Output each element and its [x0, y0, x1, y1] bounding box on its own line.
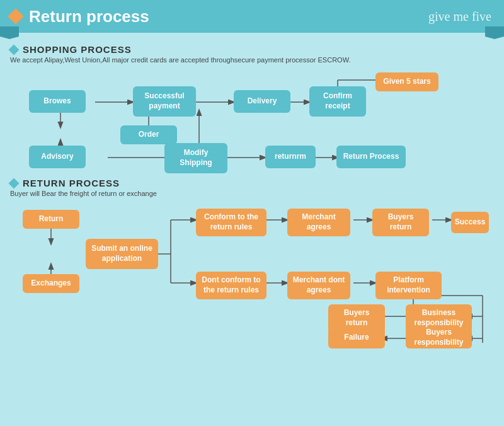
shopping-section-header: SHOPPING PROCESS — [10, 44, 494, 55]
return-title: RETURN PROCESS — [23, 178, 120, 188]
success-box: Success — [451, 212, 489, 233]
ribbon-left-icon — [0, 26, 19, 39]
platform-intervention-box: Platform intervention — [375, 272, 442, 299]
ribbon-right-icon — [485, 26, 504, 39]
page-header: Return process give me five — [0, 0, 504, 33]
advisory-box: Advisory — [29, 146, 86, 168]
return-button-box[interactable]: Return — [23, 210, 79, 229]
return-desc: Buyer will Bear the freight of return or… — [10, 190, 494, 197]
dont-conform-rules-box: Dont conform to the return rules — [196, 272, 266, 299]
shopping-diamond-icon — [9, 44, 20, 55]
confirm-receipt-box: Confirm receipt — [309, 86, 366, 117]
return-flow-diagram: Return Submit an online application Exch… — [10, 201, 489, 352]
conform-rules-box: Conform to the return rules — [196, 209, 266, 236]
failure-box: Failure — [328, 327, 385, 348]
shopping-title: SHOPPING PROCESS — [23, 44, 132, 55]
browes-box: Browes — [29, 90, 86, 113]
page-title: Return process — [29, 7, 149, 26]
return-section-header: RETURN PROCESS — [10, 178, 494, 188]
modify-shipping-box: Modify Shipping — [164, 143, 227, 173]
returnrm-box: returnrm — [265, 146, 316, 168]
return-diamond-icon — [9, 178, 20, 188]
merchant-agrees-box: Merchant agrees — [287, 209, 350, 236]
successful-payment-box: Successful payment — [133, 86, 196, 117]
shopping-desc: We accept Alipay,West Union,All major cr… — [10, 56, 494, 64]
main-content: SHOPPING PROCESS We accept Alipay,West U… — [0, 33, 504, 359]
submit-application-box[interactable]: Submit an online application — [86, 239, 158, 269]
header-diamond-icon — [8, 8, 23, 24]
header-logo: give me five — [428, 9, 491, 24]
order-box: Order — [120, 125, 177, 144]
shopping-flow-diagram: Browes Successful payment Delivery Confi… — [10, 67, 489, 178]
given-5-stars-box: Given 5 stars — [375, 72, 438, 91]
buyers-responsibility-box: Buyers responsibility — [406, 327, 472, 348]
delivery-box: Delivery — [234, 90, 290, 113]
exchanges-box[interactable]: Exchanges — [23, 274, 79, 293]
buyers-return-top-box: Buyers return — [372, 209, 429, 236]
merchant-dont-agrees-box: Merchant dont agrees — [287, 272, 350, 299]
return-process-box: Return Process — [336, 146, 406, 168]
